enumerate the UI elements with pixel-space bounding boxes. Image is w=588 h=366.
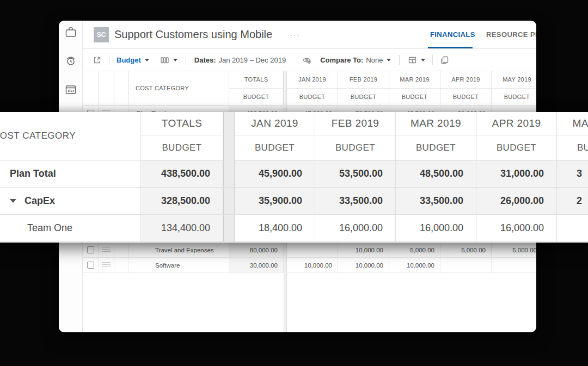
projects-briefcase-icon[interactable] [64,26,77,39]
budget-subheader-label: BUDGET [338,89,389,106]
visibility-off-icon[interactable] [302,55,311,65]
budget-subheader-label: BUDGET [235,135,315,160]
view-selector-dropdown[interactable]: Budget [117,56,149,64]
month-cell[interactable]: 10,000.00 [338,258,389,272]
month-cell[interactable]: 16,000.00 [396,215,476,241]
table-row-capex: CapEx 328,500.00 35,900.00 33,500.00 33,… [0,188,588,215]
totals-header-label: TOTALS [229,71,283,89]
month-label: MAR 2019 [389,71,440,89]
chevron-down-icon [173,59,177,61]
compare-to-label: Compare To: [320,56,363,64]
row-drag-cell [99,243,114,257]
totals-column-header: TOTALS BUDGET [141,112,223,160]
month-cell: 33,500.00 [315,188,396,214]
month-column-header: JAN 2019 BUDGET [235,112,315,160]
month-cell[interactable]: 5,000.00 [492,243,536,257]
month-cell[interactable]: 18,400.00 [235,215,315,241]
cost-category-header: COST CATEGORY [0,112,141,160]
budget-subheader-label: BUDGET [440,89,491,106]
month-label: MAY 2019 [492,71,536,89]
month-column-header: MAY 2019 BUDGET [492,71,536,106]
month-column-header: MAY 2019 BUDGET [557,112,588,160]
cost-category-cell: Travel and Expenses [129,243,229,257]
project-avatar: SC [94,27,109,42]
more-menu-icon[interactable]: ··· [290,30,300,40]
chevron-down-icon [421,59,425,61]
table-row-team-one: Team One 134,400.00 18,400.00 16,000.00 … [0,215,588,242]
month-cell[interactable]: 16,000.00 [315,215,396,241]
month-cell: 53,500.00 [315,160,396,187]
cost-category-cell: CapEx [0,188,141,214]
month-cell[interactable]: 10,000.00 [287,258,338,272]
month-label: APR 2019 [440,71,491,89]
cost-category-cell: Software [129,258,229,272]
month-cell[interactable]: 10,000.00 [338,243,389,257]
month-cell[interactable] [440,258,492,272]
month-cell[interactable] [287,243,338,257]
month-cell: 31,000.00 [476,160,557,187]
totals-cell: 30,000.00 [229,258,284,272]
drag-handle-icon[interactable] [102,262,111,269]
totals-column-header: TOTALS BUDGET [229,71,284,106]
view-selector-label[interactable]: Budget [117,56,141,64]
budget-subheader-label: BUDGET [396,135,476,160]
cost-category-label: CapEx [24,195,55,207]
month-cell[interactable]: 10,000.00 [389,258,440,272]
table-row[interactable]: Software 30,000.00 10,000.00 10,000.00 1… [83,258,536,273]
budget-grid-header: COST CATEGORY TOTALS BUDGET JAN 2019 BUD… [83,71,536,106]
row-expand-cell [114,258,129,272]
magnified-grid-header: COST CATEGORY TOTALS BUDGET JAN 2019 BUD… [0,112,588,160]
chevron-down-icon [387,59,391,61]
month-label: FEB 2019 [338,71,389,89]
month-cell[interactable] [557,215,588,241]
cost-category-header-label: COST CATEGORY [0,131,76,141]
budget-subheader-label: BUDGET [492,89,536,106]
summary-table-dropdown[interactable] [408,55,425,65]
row-checkbox-cell [83,258,99,272]
month-cell: 35,900.00 [235,188,315,214]
row-checkbox[interactable] [87,246,94,253]
copy-icon[interactable] [440,55,449,65]
month-label: MAR 2019 [396,112,476,135]
compare-to-value[interactable]: None [366,56,383,64]
month-cell[interactable] [492,258,536,272]
row-expand-cell [114,243,129,257]
tab-resource-planner[interactable]: RESOURCE PLA [486,30,536,39]
timesheet-clock-icon[interactable] [64,54,77,67]
totals-cell: 80,000.00 [229,243,284,257]
month-cell[interactable]: 16,000.00 [476,215,557,241]
month-cell: 33,500.00 [396,188,476,214]
month-cell[interactable]: 5,000.00 [440,243,492,257]
open-in-new-icon[interactable] [93,55,102,65]
columns-dropdown[interactable] [160,55,177,65]
totals-cell: 438,500.00 [141,160,223,187]
header-expand-cell [114,71,129,106]
reports-chart-icon[interactable] [64,83,77,96]
dates-value[interactable]: Jan 2019 – Dec 2019 [219,56,286,64]
drag-handle-icon[interactable] [102,247,111,253]
month-cell[interactable]: 5,000.00 [389,243,440,257]
budget-subheader-label: BUDGET [389,89,440,106]
magnified-budget-panel: COST CATEGORY TOTALS BUDGET JAN 2019 BUD… [0,112,588,243]
totals-cell: 134,400.00 [141,215,223,241]
compare-to-dropdown[interactable]: None [363,56,391,64]
month-cell: 3 [557,160,588,187]
month-column-header: MAR 2019 BUDGET [396,112,476,160]
row-drag-cell [99,258,114,272]
month-column-header: JAN 2019 BUDGET [287,71,338,106]
month-cell: 48,500.00 [396,160,476,187]
collapse-triangle-icon[interactable] [10,199,16,203]
tab-financials[interactable]: FINANCIALS [430,30,475,39]
month-column-header: FEB 2019 BUDGET [338,71,389,106]
month-column-header: APR 2019 BUDGET [440,71,492,106]
month-label: FEB 2019 [315,112,395,135]
table-icon [408,55,417,65]
active-tab-underline [428,47,473,48]
table-row[interactable]: Travel and Expenses 80,000.00 10,000.00 … [83,243,536,258]
month-column-header: APR 2019 BUDGET [476,112,557,160]
budget-subheader-label: BUDGET [557,135,588,160]
toolbar-divider [399,55,400,65]
header-checkbox-cell [83,71,99,106]
budget-subheader-label: BUDGET [315,135,395,160]
row-checkbox[interactable] [87,262,94,269]
